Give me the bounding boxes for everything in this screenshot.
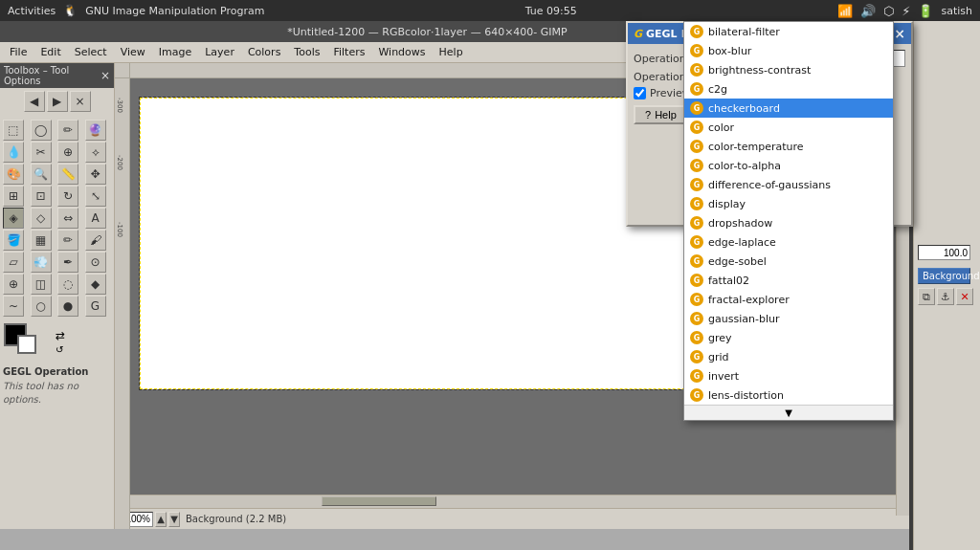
menu-filters[interactable]: Filters [327,44,370,60]
op-dropshadow[interactable]: G dropshadow [684,213,893,232]
tool-scale[interactable]: ⤡ [85,186,106,207]
status-text: Background (2.2 MB) [186,514,286,524]
tool-prev[interactable]: ◀ [24,91,45,112]
horizontal-scrollbar-thumb[interactable] [322,496,436,506]
tool-next[interactable]: ▶ [47,91,68,112]
tool-color-picker[interactable]: 🎨 [3,164,24,185]
tool-ellipse-select[interactable]: ◯ [31,120,52,141]
tool-perspective-clone[interactable]: ◫ [31,274,52,295]
duplicate-layer-btn[interactable]: ⧉ [918,288,935,305]
menu-colors[interactable]: Colors [242,44,286,60]
op-c2g[interactable]: G c2g [684,79,893,99]
toolbox-close-icon[interactable]: × [100,69,110,82]
tool-foreground-select[interactable]: ⊕ [57,142,78,163]
horizontal-scrollbar[interactable] [130,495,909,508]
color-area [4,323,46,360]
op-box-blur[interactable]: G box-blur [684,41,893,60]
reset-colors-icon[interactable]: ↺ [56,344,65,355]
ruler-mark: 300 [561,77,573,78]
tool-flip[interactable]: ⇔ [57,208,78,229]
tool-eraser[interactable]: ▱ [3,252,24,273]
tool-measure[interactable]: 📏 [57,164,78,185]
tool-paintbrush[interactable]: 🖌 [85,230,106,251]
gegl-close-icon[interactable]: × [894,26,905,41]
op-label: bilateral-filter [708,26,780,38]
preview-checkbox[interactable] [634,87,646,99]
tool-dodge[interactable]: ○ [31,296,52,317]
background-color[interactable] [17,335,36,354]
tool-blur[interactable]: ◌ [57,274,78,295]
menu-view[interactable]: View [115,44,151,60]
background-layer-btn[interactable]: Background [918,268,970,284]
user-name[interactable]: satish [941,5,972,17]
activities-button[interactable]: Activities [8,5,56,17]
tool-airbrush[interactable]: 💨 [31,252,52,273]
dropdown-scrollbar-down[interactable]: ▼ [684,405,893,420]
op-grey[interactable]: G grey [684,328,893,347]
op-color-to-alpha[interactable]: G color-to-alpha [684,156,893,175]
op-brightness-contrast[interactable]: G brightness-contrast [684,60,893,79]
tool-ink[interactable]: ✒ [57,252,78,273]
tool-bucket[interactable]: 🪣 [3,230,24,251]
op-color-temperature[interactable]: G color-temperature [684,137,893,156]
menu-image[interactable]: Image [153,44,197,60]
power-icon[interactable]: ⚡ [902,4,910,18]
op-grid[interactable]: G grid [684,347,893,366]
tool-align[interactable]: ⊞ [3,186,24,207]
tool-blend[interactable]: ▦ [31,230,52,251]
tool-burn[interactable]: ● [57,296,78,317]
anchor-layer-btn[interactable]: ⚓ [937,288,954,305]
menu-edit[interactable]: Edit [34,44,66,60]
tool-clone[interactable]: ⊙ [85,252,106,273]
tool-rect-select[interactable]: ⬚ [3,120,24,141]
tool-fuzzy-select[interactable]: 🔮 [85,120,106,141]
bluetooth-icon[interactable]: ⬡ [883,4,894,18]
tool-gegl[interactable]: G [85,296,106,317]
tool-perspective[interactable]: ◇ [31,208,52,229]
op-bilateral-filter[interactable]: G bilateral-filter [684,22,893,41]
help-button[interactable]: ? Help [634,105,688,124]
tool-heal[interactable]: ⊕ [3,274,24,295]
tool-rotate[interactable]: ↻ [57,186,78,207]
op-gaussian-blur[interactable]: G gaussian-blur [684,309,893,328]
swap-colors-icon[interactable]: ⇄ [56,329,65,342]
op-color[interactable]: G color [684,118,893,137]
op-icon-color-temperature: G [690,140,703,153]
menu-file[interactable]: File [4,44,33,60]
op-fattal02[interactable]: G fattal02 [684,271,893,290]
tool-sharpen[interactable]: ◆ [85,274,106,295]
zoom-up-button[interactable]: ▲ [155,512,167,527]
tool-crop[interactable]: ⊡ [31,186,52,207]
op-invert[interactable]: G invert [684,366,893,385]
tool-zoom[interactable]: 🔍 [31,164,52,185]
op-edge-laplace[interactable]: G edge-laplace [684,232,893,252]
zoom-down-button[interactable]: ▼ [168,512,180,527]
menu-tools[interactable]: Tools [288,44,325,60]
op-difference-of-gaussians[interactable]: G difference-of-gaussians [684,175,893,194]
tool-smudge[interactable]: ~ [3,296,24,317]
network-icon[interactable]: 📶 [837,4,853,18]
opacity-input[interactable]: 100.0 [918,245,970,260]
menu-windows[interactable]: Windows [372,44,431,60]
menu-select[interactable]: Select [69,44,113,60]
tool-scissors[interactable]: ✂ [31,142,52,163]
op-lens-distortion[interactable]: G lens-distortion [684,385,893,405]
tool-pencil[interactable]: ✏ [57,230,78,251]
menu-layer[interactable]: Layer [199,44,240,60]
tool-select-color[interactable]: 💧 [3,142,24,163]
op-label: gaussian-blur [708,313,779,325]
menu-help[interactable]: Help [434,44,469,60]
op-checkerboard[interactable]: G checkerboard [684,99,893,118]
volume-icon[interactable]: 🔊 [860,4,876,18]
tool-text[interactable]: A [85,208,106,229]
toolbox-options-text: This tool has no options. [3,380,111,407]
delete-layer-btn[interactable]: ✕ [956,288,973,305]
tool-shear[interactable]: ◈ [3,208,24,229]
tool-free-select[interactable]: ✏ [57,120,78,141]
op-fractal-explorer[interactable]: G fractal-explorer [684,290,893,309]
op-display[interactable]: G display [684,194,893,213]
tool-move[interactable]: ✥ [85,164,106,185]
tool-paths[interactable]: ⟡ [85,142,106,163]
tool-close[interactable]: × [70,91,91,112]
op-edge-sobel[interactable]: G edge-sobel [684,252,893,271]
